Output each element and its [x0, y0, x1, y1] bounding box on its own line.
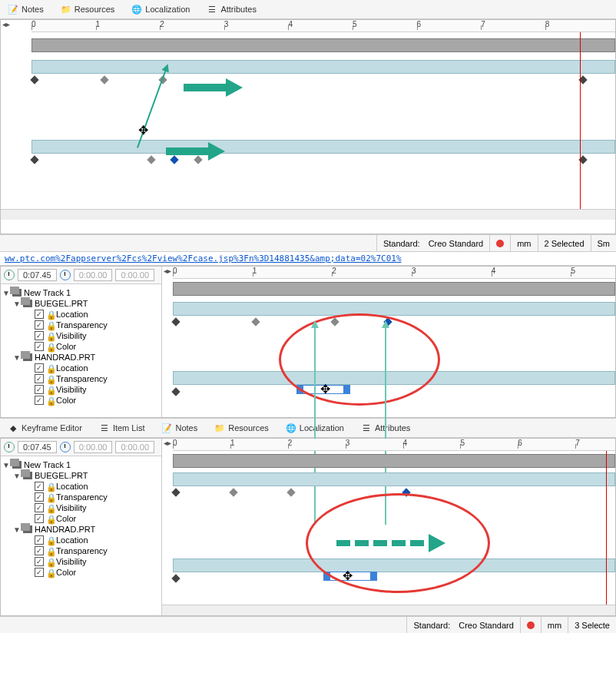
keyframe[interactable] [171, 488, 180, 496]
tree-root[interactable]: ▼New Track 1 [2, 459, 160, 470]
track-row[interactable] [31, 60, 615, 74]
checkbox[interactable]: ✓ [35, 546, 44, 555]
tree-prop[interactable]: ✓🔒Location [35, 309, 160, 320]
tree-prop[interactable]: ✓🔒Transparency [35, 373, 160, 384]
tree-label: Transparency [56, 374, 108, 383]
tree-prop[interactable]: ✓🔒Transparency [35, 320, 160, 330]
time-current[interactable]: 0:07.45 [18, 269, 57, 281]
time-b[interactable]: 0:00.00 [115, 269, 154, 281]
expand-icon[interactable]: ▼ [13, 300, 21, 308]
collapse-icon[interactable]: ◂▸ [164, 439, 171, 447]
checkbox[interactable]: ✓ [35, 503, 44, 512]
timeline-tracks[interactable] [173, 451, 615, 605]
tree-prop[interactable]: ✓🔒Visibility [35, 502, 160, 513]
timeline-tracks[interactable] [31, 32, 615, 209]
tree-prop[interactable]: ✓🔒Transparency [35, 492, 160, 502]
timeline-ruler[interactable]: 0 1 2 3 4 5 6 7 [173, 439, 615, 451]
tab-item-list[interactable]: ☰Item List [96, 421, 148, 435]
checkbox[interactable]: ✓ [35, 396, 44, 405]
status-record[interactable] [489, 235, 510, 251]
keyframe[interactable] [171, 387, 180, 396]
track-row[interactable] [173, 472, 615, 486]
checkbox[interactable]: ✓ [35, 374, 44, 383]
checkbox[interactable]: ✓ [35, 557, 44, 566]
status-units[interactable]: mm [541, 617, 568, 633]
tree-part[interactable]: ▼HANDRAD.PRT [13, 524, 160, 535]
track-row[interactable] [173, 302, 615, 316]
status-standard[interactable]: Standard: Creo Standard [406, 617, 519, 633]
track-summary[interactable] [31, 38, 615, 52]
expand-icon[interactable]: ▼ [13, 525, 21, 534]
tree-prop[interactable]: ✓🔒Transparency [35, 545, 160, 556]
keyframe[interactable] [101, 75, 109, 84]
tab-resources[interactable]: 📁Resources [211, 421, 272, 435]
tab-localization[interactable]: 🌐Localization [128, 2, 193, 16]
status-selected[interactable]: 2 Selected [538, 235, 591, 251]
expand-icon[interactable]: ▼ [13, 472, 21, 480]
checkbox[interactable]: ✓ [35, 331, 44, 340]
status-units[interactable]: mm [510, 235, 537, 251]
keyframe[interactable] [30, 155, 38, 164]
track-summary[interactable] [173, 282, 615, 296]
checkbox[interactable]: ✓ [35, 385, 44, 394]
timeline-ruler[interactable]: 0 1 2 3 4 5 [173, 267, 615, 279]
tree-prop[interactable]: ✓🔒Visibility [35, 384, 160, 395]
scrollbar[interactable] [1, 209, 615, 220]
expand-icon[interactable]: ▼ [2, 289, 10, 297]
tree-prop[interactable]: ✓🔒Location [35, 363, 160, 373]
tree-prop[interactable]: ✓🔒Color [35, 513, 160, 524]
keyframe[interactable] [171, 317, 180, 326]
status-standard[interactable]: Standard: Creo Standard [376, 235, 489, 251]
tab-attributes[interactable]: ☰Attributes [204, 2, 259, 16]
status-record[interactable] [520, 617, 541, 633]
tree-root[interactable]: ▼New Track 1 [2, 287, 160, 298]
track-summary[interactable] [173, 454, 615, 468]
tab-keyframe-editor[interactable]: ◆Keyframe Editor [5, 421, 85, 435]
tree-part[interactable]: ▼BUEGEL.PRT [13, 470, 160, 481]
timeline-tracks[interactable] [173, 279, 615, 417]
keyframe[interactable] [229, 488, 237, 496]
checkbox[interactable]: ✓ [35, 482, 44, 491]
checkbox[interactable]: ✓ [35, 568, 44, 577]
track-row[interactable] [31, 140, 615, 154]
checkbox[interactable]: ✓ [35, 320, 44, 330]
tree-prop[interactable]: ✓🔒Visibility [35, 330, 160, 341]
tree-prop[interactable]: ✓🔒Color [35, 567, 160, 578]
status-selected[interactable]: 3 Selecte [568, 617, 616, 633]
keyframe[interactable] [171, 574, 180, 582]
tab-resources[interactable]: 📁Resources [58, 2, 118, 16]
tree-prop[interactable]: ✓🔒Location [35, 535, 160, 545]
playhead[interactable] [580, 32, 581, 209]
keyframe[interactable] [30, 75, 38, 84]
playhead[interactable] [606, 451, 607, 605]
scrollbar[interactable] [162, 605, 615, 615]
tab-notes[interactable]: 📝Notes [5, 2, 47, 16]
tree-prop[interactable]: ✓🔒Color [35, 341, 160, 352]
status-extra[interactable]: Sm [591, 235, 617, 251]
time-b[interactable]: 0:00.00 [115, 441, 154, 453]
time-a[interactable]: 0:00.00 [74, 269, 113, 281]
checkbox[interactable]: ✓ [35, 363, 44, 373]
checkbox[interactable]: ✓ [35, 310, 44, 319]
checkbox[interactable]: ✓ [35, 342, 44, 351]
tree-part[interactable]: ▼BUEGEL.PRT [13, 298, 160, 309]
checkbox[interactable]: ✓ [35, 492, 44, 502]
expand-icon[interactable]: ▼ [2, 461, 10, 469]
expand-icon[interactable]: ▼ [13, 353, 21, 362]
collapse-icon[interactable]: ◂▸ [164, 267, 171, 275]
time-a[interactable]: 0:00.00 [74, 441, 113, 453]
checkbox[interactable]: ✓ [35, 535, 44, 545]
tree-prop[interactable]: ✓🔒Location [35, 481, 160, 492]
collapse-icon[interactable]: ◂▸ [2, 20, 10, 28]
url-bar[interactable]: ww.ptc.com%2Fappserver%2Fcs%2Fview%2Fcas… [0, 251, 616, 266]
timeline-ruler[interactable]: 0 1 2 3 4 5 6 7 8 [31, 20, 615, 32]
tree-prop[interactable]: ✓🔒Color [35, 395, 160, 406]
time-current[interactable]: 0:07.45 [18, 441, 57, 453]
tab-notes[interactable]: 📝Notes [158, 421, 200, 435]
keyframe[interactable] [286, 488, 295, 496]
tree-part[interactable]: ▼HANDRAD.PRT [13, 352, 160, 363]
tree-prop[interactable]: ✓🔒Visibility [35, 556, 160, 567]
checkbox[interactable]: ✓ [35, 514, 44, 523]
keyframe[interactable] [251, 317, 260, 326]
keyframe[interactable] [147, 155, 155, 164]
